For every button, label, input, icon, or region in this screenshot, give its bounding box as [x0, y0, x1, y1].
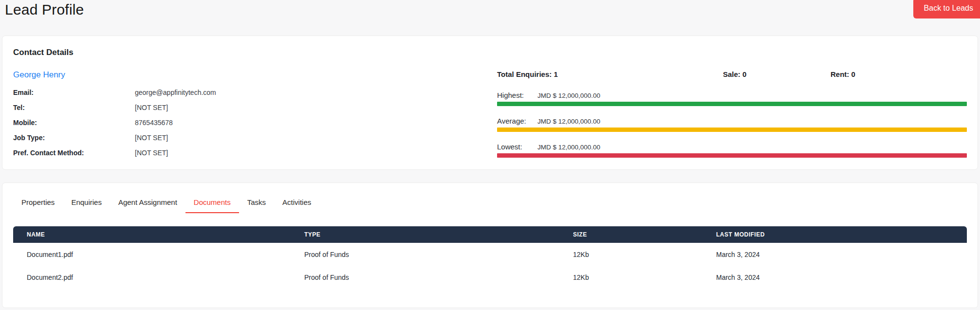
tab-bar: Properties Enquiries Agent Assignment Do… — [13, 192, 967, 213]
page-header: Lead Profile Back to Leads — [0, 0, 980, 36]
column-type: TYPE — [291, 231, 559, 238]
total-enquiries-label: Total Enquiries: — [497, 70, 552, 78]
lead-detail-tabs-card: Properties Enquiries Agent Assignment Do… — [2, 182, 978, 308]
tel-label: Tel: — [13, 104, 135, 111]
average-enquiry-group: Average: JMD $ 12,000,000.00 — [497, 117, 967, 132]
contact-field-pref-contact-method: Pref. Contact Method: [NOT SET] — [13, 145, 497, 160]
tab-activities[interactable]: Activities — [274, 192, 319, 213]
contact-field-job-type: Job Type: [NOT SET] — [13, 130, 497, 145]
contact-details-title: Contact Details — [13, 48, 967, 57]
email-value: george@appfinitytech.com — [135, 89, 216, 96]
enquiry-stats-row: Total Enquiries: 1 Sale: 0 Rent: 0 — [497, 70, 967, 78]
pref-contact-method-value: [NOT SET] — [135, 149, 168, 157]
contact-details-card: Contact Details George Henry Email: geor… — [2, 36, 978, 170]
enquiry-summary: Total Enquiries: 1 Sale: 0 Rent: 0 Highe… — [497, 70, 967, 168]
documents-table-header: NAME TYPE SIZE LAST MODIFIED — [13, 226, 967, 243]
sale-value: 0 — [742, 70, 746, 78]
lowest-label: Lowest: — [497, 143, 537, 151]
contact-info: George Henry Email: george@appfinitytech… — [13, 70, 497, 160]
sale-label: Sale: — [723, 70, 740, 78]
tab-properties[interactable]: Properties — [13, 192, 63, 213]
average-label: Average: — [497, 117, 537, 125]
contact-field-mobile: Mobile: 8765435678 — [13, 115, 497, 130]
tel-value: [NOT SET] — [135, 104, 168, 111]
highest-bar — [497, 102, 967, 106]
doc-last-modified-cell: March 3, 2024 — [703, 251, 967, 258]
total-enquiries-value: 1 — [554, 70, 557, 78]
sale-stat: Sale: 0 — [723, 70, 831, 78]
pref-contact-method-label: Pref. Contact Method: — [13, 149, 135, 157]
tab-documents[interactable]: Documents — [185, 192, 239, 213]
doc-name-cell: Document1.pdf — [13, 251, 291, 258]
contact-field-email: Email: george@appfinitytech.com — [13, 85, 497, 100]
average-bar — [497, 128, 967, 132]
average-value: JMD $ 12,000,000.00 — [537, 118, 600, 125]
contact-name-link[interactable]: George Henry — [13, 70, 65, 80]
table-row[interactable]: Document1.pdf Proof of Funds 12Kb March … — [13, 243, 967, 266]
documents-table: NAME TYPE SIZE LAST MODIFIED Document1.p… — [13, 226, 967, 289]
doc-name-cell: Document2.pdf — [13, 274, 291, 281]
doc-size-cell: 12Kb — [559, 274, 703, 281]
lowest-value: JMD $ 12,000,000.00 — [537, 144, 600, 151]
rent-value: 0 — [851, 70, 855, 78]
page-title: Lead Profile — [5, 1, 980, 18]
doc-last-modified-cell: March 3, 2024 — [703, 274, 967, 281]
job-type-value: [NOT SET] — [135, 134, 168, 142]
mobile-value: 8765435678 — [135, 119, 173, 127]
mobile-label: Mobile: — [13, 119, 135, 127]
lowest-enquiry-group: Lowest: JMD $ 12,000,000.00 — [497, 143, 967, 158]
highest-label: Highest: — [497, 91, 537, 99]
column-last-modified: LAST MODIFIED — [703, 231, 967, 238]
column-name: NAME — [13, 231, 291, 238]
email-label: Email: — [13, 89, 135, 96]
tab-tasks[interactable]: Tasks — [239, 192, 274, 213]
total-enquiries-stat: Total Enquiries: 1 — [497, 70, 723, 78]
rent-stat: Rent: 0 — [831, 70, 967, 78]
column-size: SIZE — [559, 231, 703, 238]
tab-agent-assignment[interactable]: Agent Assignment — [110, 192, 185, 213]
doc-size-cell: 12Kb — [559, 251, 703, 258]
table-row[interactable]: Document2.pdf Proof of Funds 12Kb March … — [13, 266, 967, 289]
back-to-leads-button[interactable]: Back to Leads — [913, 0, 980, 18]
doc-type-cell: Proof of Funds — [291, 274, 559, 281]
highest-enquiry-group: Highest: JMD $ 12,000,000.00 — [497, 91, 967, 106]
rent-label: Rent: — [831, 70, 849, 78]
contact-field-tel: Tel: [NOT SET] — [13, 100, 497, 115]
doc-type-cell: Proof of Funds — [291, 251, 559, 258]
highest-value: JMD $ 12,000,000.00 — [537, 92, 600, 99]
tab-enquiries[interactable]: Enquiries — [63, 192, 110, 213]
job-type-label: Job Type: — [13, 134, 135, 142]
lowest-bar — [497, 153, 967, 158]
